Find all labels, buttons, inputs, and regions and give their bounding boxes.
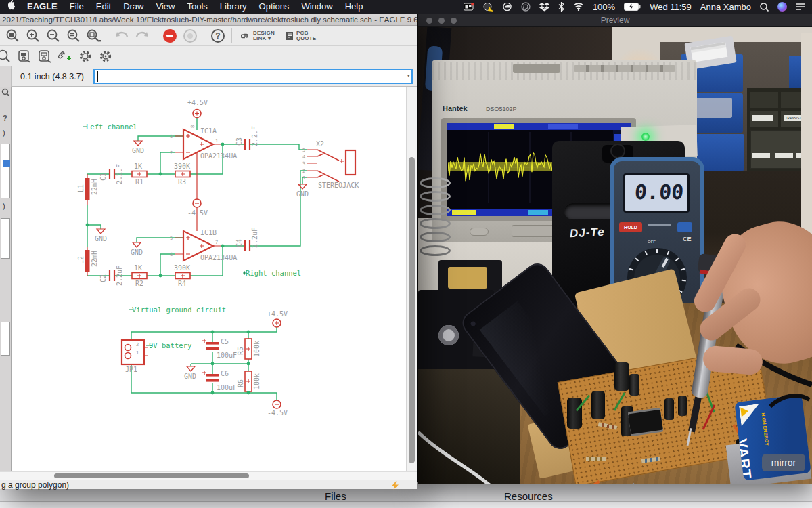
pin-number: 1 xyxy=(302,175,305,181)
ref-c2: C2 xyxy=(99,274,107,282)
battery-percent: 100% xyxy=(593,2,615,12)
jp1-header[interactable] xyxy=(122,340,144,364)
inductor-l2[interactable] xyxy=(85,250,90,272)
stop-button[interactable] xyxy=(160,28,180,44)
redo-icon[interactable] xyxy=(132,28,152,44)
link-icon xyxy=(241,31,250,41)
vscroll-thumb[interactable] xyxy=(409,157,415,463)
val-l1: 22mH xyxy=(91,179,98,195)
help-glyph[interactable]: ? xyxy=(3,114,7,122)
status-bar: g a group polygon) xyxy=(0,480,417,489)
window-title[interactable]: 2021/Teaching/TECH3011/Labs/Week 19/Elek… xyxy=(0,14,417,26)
val-r1: 1K xyxy=(134,163,142,170)
sheet-thumbnail[interactable] xyxy=(1,322,10,356)
add-link-icon[interactable] xyxy=(55,48,75,64)
command-input[interactable] xyxy=(93,69,413,84)
zoom-in-icon[interactable] xyxy=(23,28,43,44)
zoom-redraw-icon[interactable] xyxy=(64,28,84,44)
zoom-fit-icon[interactable] xyxy=(3,28,23,44)
menu-app[interactable]: EAGLE xyxy=(21,0,64,14)
plus-glyph xyxy=(275,321,279,325)
menu-edit[interactable]: Edit xyxy=(90,0,117,14)
val-l2: 22mH xyxy=(91,251,98,267)
val-r4: 390K xyxy=(174,264,190,272)
pcb-quote-button[interactable]: PCBQUOTE xyxy=(286,30,316,41)
user-menu[interactable]: Anna Xambo xyxy=(700,2,751,12)
preview-titlebar[interactable]: Preview xyxy=(418,14,812,27)
zoom-partial-icon[interactable] xyxy=(0,48,14,64)
pin-number: 1 xyxy=(215,138,218,144)
sheet-thumbnail[interactable] xyxy=(1,218,10,259)
schematic-canvas[interactable]: Left channel Right channel Virtual groun… xyxy=(12,87,405,471)
horizontal-scrollbar[interactable] xyxy=(0,471,417,480)
notification-center-icon[interactable] xyxy=(796,3,805,11)
magnifier-icon[interactable] xyxy=(1,88,10,97)
sync-warning-icon[interactable] xyxy=(483,3,493,12)
pin-number: 7 xyxy=(215,240,218,245)
menu-view[interactable]: View xyxy=(150,0,181,14)
vertical-scrollbar[interactable] xyxy=(406,87,417,471)
text-caret xyxy=(97,71,98,82)
ref-r1: R1 xyxy=(135,178,143,186)
label-gnd: GND xyxy=(131,249,143,256)
ref-c6: C6 xyxy=(221,370,229,377)
sheet-thumbnail[interactable] xyxy=(1,144,10,198)
apple-menu-icon[interactable] xyxy=(0,0,21,14)
pin-number: 5 xyxy=(170,236,173,241)
label-gnd: GND xyxy=(296,190,309,198)
mirror-tag: mirror xyxy=(762,454,805,471)
workbench-photo: TRANSISTOR Hantek DSO5102P xyxy=(418,27,812,484)
spotlight-icon[interactable] xyxy=(760,3,769,12)
menu-file[interactable]: File xyxy=(64,0,90,14)
resources-heading: Resources xyxy=(504,490,553,502)
val-c1: 2.2uF xyxy=(116,164,123,184)
val-r2: 1K xyxy=(134,264,142,272)
cap-c5-plate[interactable] xyxy=(206,342,219,345)
go-button[interactable] xyxy=(180,28,200,44)
val-c4: 2.2uF xyxy=(251,228,258,248)
dropbox-icon[interactable] xyxy=(539,3,549,12)
menu-window[interactable]: Window xyxy=(295,0,338,14)
cap-c6-plate[interactable] xyxy=(206,374,219,377)
inductor-l1[interactable] xyxy=(85,178,90,200)
app-status-icon[interactable] xyxy=(464,3,474,11)
hscroll-thumb[interactable] xyxy=(54,473,249,478)
val-r3: 390K xyxy=(174,163,190,170)
spiral-app-icon[interactable] xyxy=(521,2,531,12)
menu-clock[interactable]: Wed 11:59 xyxy=(650,2,692,12)
cap-c6-plate[interactable] xyxy=(206,379,219,382)
menu-help[interactable]: Help xyxy=(339,0,369,14)
status-message: g a group polygon) xyxy=(1,480,69,490)
menu-tools[interactable]: Tools xyxy=(181,0,213,14)
pin-number: 8 xyxy=(190,125,196,128)
zoom-select-icon[interactable] xyxy=(84,28,104,44)
bluetooth-icon[interactable] xyxy=(558,2,564,12)
menu-options[interactable]: Options xyxy=(253,0,296,14)
chevron-down-icon[interactable]: ▾ xyxy=(407,72,410,79)
menu-draw[interactable]: Draw xyxy=(117,0,150,14)
simulate-icon[interactable] xyxy=(14,48,35,64)
battery-icon xyxy=(624,3,641,11)
eagle-window: 2021/Teaching/TECH3011/Labs/Week 19/Elek… xyxy=(0,14,417,489)
jack-sleeve[interactable] xyxy=(346,150,355,175)
undo-icon[interactable] xyxy=(112,28,132,44)
pin-number: 5 xyxy=(302,148,305,153)
siri-icon[interactable] xyxy=(777,2,787,12)
label-neg45: -4.5V xyxy=(267,409,288,417)
zoom-out-icon[interactable] xyxy=(43,28,64,44)
jack-contacts[interactable] xyxy=(317,150,339,182)
design-link-button[interactable]: DESIGNLINK ▾ xyxy=(241,30,275,41)
wifi-icon[interactable] xyxy=(573,3,584,11)
menu-library[interactable]: Library xyxy=(214,0,253,14)
cap-c5-plate[interactable] xyxy=(206,347,219,350)
ref-x2: X2 xyxy=(316,140,324,148)
settings-gear-icon[interactable] xyxy=(75,48,95,64)
val-stereojack: STEREOJACK xyxy=(318,182,359,189)
background-panel xyxy=(0,502,812,508)
chevron-down-icon: ▾ xyxy=(268,35,271,41)
creative-cloud-icon[interactable] xyxy=(502,3,512,11)
settings-gear2-icon[interactable] xyxy=(95,48,116,64)
ref-r6: R6 xyxy=(237,379,244,387)
simulate-setup-icon[interactable] xyxy=(35,48,55,64)
help-button[interactable]: ? xyxy=(208,28,228,44)
